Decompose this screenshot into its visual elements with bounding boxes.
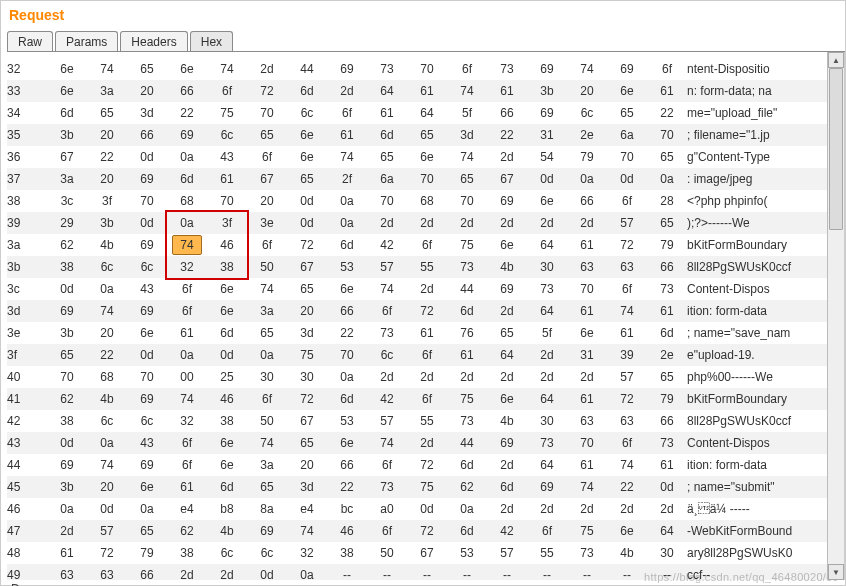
hex-byte-cell[interactable]: 2d: [527, 498, 567, 520]
hex-byte-cell[interactable]: 0a: [127, 498, 167, 520]
hex-byte-cell[interactable]: b8: [207, 498, 247, 520]
hex-byte-cell[interactable]: 69: [127, 234, 167, 256]
hex-byte-cell[interactable]: 73: [447, 256, 487, 278]
hex-byte-cell[interactable]: 22: [87, 146, 127, 168]
hex-byte-cell[interactable]: 64: [367, 80, 407, 102]
hex-byte-cell[interactable]: 6c: [247, 542, 287, 564]
hex-byte-cell[interactable]: 20: [247, 190, 287, 212]
hex-byte-cell[interactable]: 73: [647, 432, 687, 454]
hex-byte-cell[interactable]: 75: [287, 344, 327, 366]
ascii-cell[interactable]: ition: form-data: [687, 300, 827, 322]
hex-byte-cell[interactable]: 0a: [647, 168, 687, 190]
hex-byte-cell[interactable]: 70: [247, 102, 287, 124]
hex-byte-cell[interactable]: 6f: [527, 520, 567, 542]
ascii-cell[interactable]: Content-Dispos: [687, 278, 827, 300]
offset-cell[interactable]: 37: [7, 168, 47, 190]
hex-byte-cell[interactable]: 65: [287, 432, 327, 454]
hex-byte-cell[interactable]: 0d: [647, 476, 687, 498]
hex-byte-cell[interactable]: 70: [447, 190, 487, 212]
hex-byte-cell[interactable]: 62: [447, 476, 487, 498]
hex-byte-cell[interactable]: 2d: [327, 80, 367, 102]
hex-byte-cell[interactable]: 46: [207, 234, 247, 256]
hex-byte-cell[interactable]: 20: [287, 454, 327, 476]
hex-byte-cell[interactable]: 0d: [527, 168, 567, 190]
hex-byte-cell[interactable]: 74: [447, 146, 487, 168]
offset-cell[interactable]: 49: [7, 564, 47, 580]
hex-byte-cell[interactable]: 3e: [247, 212, 287, 234]
hex-byte-cell[interactable]: 65: [127, 520, 167, 542]
ascii-cell[interactable]: : image/jpeg: [687, 168, 827, 190]
hex-byte-cell[interactable]: 65: [247, 322, 287, 344]
hex-byte-cell[interactable]: 0d: [607, 168, 647, 190]
hex-byte-cell[interactable]: 0d: [127, 212, 167, 234]
hex-byte-cell[interactable]: 64: [527, 388, 567, 410]
hex-byte-cell[interactable]: 65: [367, 146, 407, 168]
hex-byte-cell[interactable]: 62: [167, 520, 207, 542]
hex-byte-cell[interactable]: 6c: [207, 124, 247, 146]
hex-byte-cell[interactable]: 61: [327, 124, 367, 146]
hex-byte-cell[interactable]: 72: [607, 234, 647, 256]
hex-byte-cell[interactable]: e4: [287, 498, 327, 520]
hex-byte-cell[interactable]: 2d: [567, 212, 607, 234]
hex-byte-cell[interactable]: 22: [167, 102, 207, 124]
hex-byte-cell[interactable]: 6f: [367, 454, 407, 476]
hex-byte-cell[interactable]: 79: [567, 146, 607, 168]
hex-byte-cell[interactable]: 20: [287, 300, 327, 322]
hex-byte-cell[interactable]: 0a: [87, 432, 127, 454]
hex-byte-cell[interactable]: 6e: [607, 520, 647, 542]
hex-byte-cell[interactable]: 66: [647, 256, 687, 278]
hex-byte-cell[interactable]: 73: [647, 278, 687, 300]
hex-byte-cell[interactable]: 63: [567, 256, 607, 278]
ascii-cell[interactable]: me="upload_file": [687, 102, 827, 124]
hex-byte-cell[interactable]: 2d: [607, 498, 647, 520]
hex-byte-cell[interactable]: 43: [127, 432, 167, 454]
hex-byte-cell[interactable]: --: [567, 564, 607, 580]
hex-byte-cell[interactable]: 70: [607, 146, 647, 168]
hex-byte-cell[interactable]: 30: [527, 256, 567, 278]
ascii-cell[interactable]: ccf--: [687, 564, 827, 580]
hex-byte-cell[interactable]: 6e: [407, 146, 447, 168]
hex-byte-cell[interactable]: 66: [567, 190, 607, 212]
ascii-cell[interactable]: Content-Dispos: [687, 432, 827, 454]
hex-byte-cell[interactable]: 70: [127, 190, 167, 212]
hex-byte-cell[interactable]: 2d: [647, 498, 687, 520]
hex-byte-cell[interactable]: 3b: [47, 476, 87, 498]
hex-byte-cell[interactable]: 64: [527, 234, 567, 256]
hex-byte-cell[interactable]: 75: [207, 102, 247, 124]
hex-byte-cell[interactable]: 66: [327, 300, 367, 322]
hex-byte-cell[interactable]: 68: [87, 366, 127, 388]
hex-byte-cell[interactable]: 32: [167, 256, 207, 278]
ascii-cell[interactable]: <?php phpinfo(: [687, 190, 827, 212]
hex-byte-cell[interactable]: 32: [167, 410, 207, 432]
hex-byte-cell[interactable]: 64: [647, 520, 687, 542]
hex-byte-cell[interactable]: 22: [607, 476, 647, 498]
hex-byte-cell[interactable]: 0d: [287, 212, 327, 234]
hex-byte-cell[interactable]: 69: [527, 476, 567, 498]
hex-byte-cell[interactable]: 3a: [47, 168, 87, 190]
hex-byte-cell[interactable]: 2d: [487, 212, 527, 234]
hex-byte-cell[interactable]: 6e: [47, 80, 87, 102]
hex-byte-cell[interactable]: 61: [167, 322, 207, 344]
hex-byte-cell[interactable]: 38: [47, 256, 87, 278]
hex-byte-cell[interactable]: 74: [247, 278, 287, 300]
hex-byte-cell[interactable]: --: [527, 564, 567, 580]
hex-byte-cell[interactable]: 6c: [287, 102, 327, 124]
hex-byte-cell[interactable]: 46: [207, 388, 247, 410]
hex-byte-cell[interactable]: 3d: [287, 322, 327, 344]
hex-byte-cell[interactable]: 70: [407, 58, 447, 80]
hex-byte-cell[interactable]: 4b: [87, 234, 127, 256]
hex-byte-cell[interactable]: 31: [567, 344, 607, 366]
hex-byte-cell[interactable]: 63: [607, 256, 647, 278]
offset-cell[interactable]: 33: [7, 80, 47, 102]
hex-byte-cell[interactable]: 61: [567, 454, 607, 476]
hex-byte-cell[interactable]: 70: [207, 190, 247, 212]
hex-byte-cell[interactable]: 61: [47, 542, 87, 564]
hex-byte-cell[interactable]: 0a: [247, 344, 287, 366]
hex-byte-cell[interactable]: 0d: [207, 344, 247, 366]
hex-byte-cell[interactable]: 66: [487, 102, 527, 124]
hex-byte-cell[interactable]: 61: [367, 102, 407, 124]
hex-byte-cell[interactable]: 69: [487, 432, 527, 454]
hex-byte-cell[interactable]: 61: [407, 80, 447, 102]
hex-byte-cell[interactable]: 63: [567, 410, 607, 432]
hex-byte-cell[interactable]: 44: [447, 278, 487, 300]
